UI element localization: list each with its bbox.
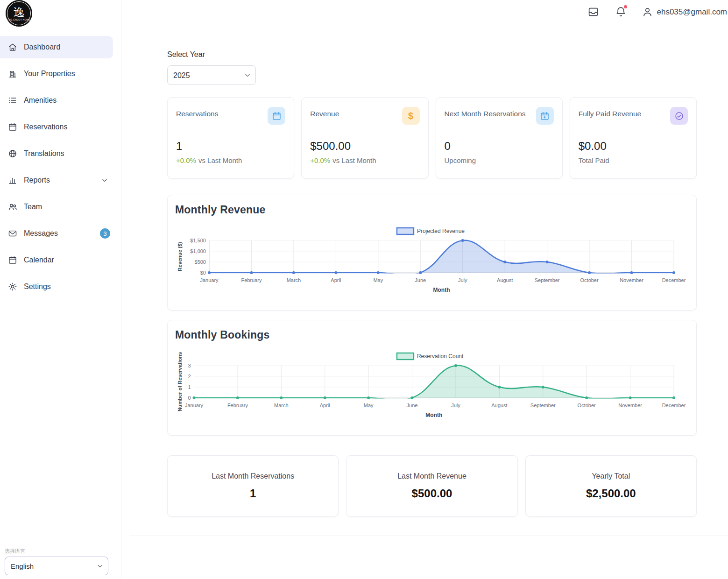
sidebar-item-label: Dashboard [24, 43, 60, 51]
stat-title: Revenue [310, 107, 339, 118]
sidebar-item-label: Your Properties [24, 70, 75, 78]
stat-title: Next Month Reservations [445, 107, 526, 118]
svg-text:August: August [497, 277, 513, 283]
check-circle-icon [670, 107, 688, 125]
sidebar-item-amenities[interactable]: Amenities [0, 89, 113, 112]
app-root: 逸 THE ENJOY HOME Dashboard Your Properti… [0, 0, 728, 579]
mail-icon [8, 229, 17, 238]
stat-value: $500.00 [310, 140, 419, 153]
sidebar-item-messages[interactable]: Messages 3 [0, 222, 113, 245]
svg-text:November: November [620, 277, 643, 283]
svg-text:2: 2 [188, 374, 191, 379]
svg-text:September: September [530, 402, 556, 408]
notifications-button[interactable] [614, 5, 628, 19]
calendar-icon [8, 255, 17, 265]
app-logo[interactable]: 逸 THE ENJOY HOME [0, 0, 121, 29]
sidebar-item-label: Amenities [24, 96, 57, 105]
monthly-bookings-card: Monthly Bookings 0123JanuaryFebruaryMarc… [167, 320, 697, 436]
select-year-label: Select Year [167, 50, 697, 59]
home-icon [8, 42, 17, 52]
monthly-revenue-chart: $0$500$1,000$1,500JanuaryFebruaryMarchAp… [175, 222, 689, 299]
sidebar-item-calendar[interactable]: Calendar [0, 249, 113, 271]
summary-row: Last Month Reservations 1 Last Month Rev… [167, 455, 697, 517]
stats-row: Reservations 1 +0.0%vs Last Month Revenu… [167, 97, 697, 179]
bar-chart-icon [8, 176, 17, 185]
sidebar-item-your-properties[interactable]: Your Properties [0, 63, 113, 85]
stat-subtitle: Total Paid [579, 156, 609, 164]
svg-text:3: 3 [188, 363, 191, 368]
stat-subtitle: Upcoming [445, 156, 476, 164]
svg-text:July: July [451, 402, 460, 408]
svg-text:January: January [200, 277, 219, 283]
stat-delta: +0.0% [310, 156, 330, 164]
svg-text:June: June [415, 277, 426, 283]
svg-text:$1,000: $1,000 [190, 248, 206, 254]
user-menu[interactable]: ehs035@gmail.com [642, 6, 728, 18]
inbox-button[interactable] [587, 5, 600, 19]
summary-title: Yearly Total [592, 472, 630, 480]
summary-title: Last Month Reservations [212, 472, 294, 480]
calendar-plus-icon [536, 107, 554, 125]
sidebar-item-dashboard[interactable]: Dashboard [0, 36, 113, 58]
stat-card-reservations: Reservations 1 +0.0%vs Last Month [167, 97, 294, 179]
stat-title: Reservations [176, 107, 218, 118]
svg-text:Projected Revenue: Projected Revenue [417, 228, 465, 234]
language-select[interactable]: English [5, 557, 108, 575]
svg-text:February: February [227, 402, 248, 408]
sidebar-item-settings[interactable]: Settings [0, 275, 113, 298]
language-label: 选择语言 [5, 548, 108, 555]
sidebar-item-label: Reservations [24, 123, 67, 131]
language-selector-block: 选择语言 English [5, 548, 108, 575]
svg-text:September: September [535, 277, 560, 283]
year-filter: Select Year 2025 [167, 50, 697, 85]
sidebar-item-reports[interactable]: Reports [0, 169, 113, 191]
summary-card-last-month-reservations: Last Month Reservations 1 [167, 455, 339, 517]
messages-badge: 3 [100, 228, 110, 239]
year-select[interactable]: 2025 [167, 65, 256, 85]
chevron-down-icon [101, 177, 108, 184]
summary-title: Last Month Revenue [397, 472, 466, 480]
svg-text:$500: $500 [195, 259, 206, 265]
summary-value: $2,500.00 [586, 487, 636, 500]
content-divider [129, 536, 728, 536]
svg-text:$1,500: $1,500 [190, 238, 206, 243]
svg-text:November: November [618, 402, 642, 408]
svg-text:1: 1 [188, 384, 191, 390]
svg-text:Number of Reservations: Number of Reservations [177, 352, 183, 411]
monthly-revenue-title: Monthly Revenue [175, 204, 689, 216]
gear-icon [8, 282, 17, 291]
sidebar-item-reservations[interactable]: Reservations [0, 116, 113, 138]
inbox-icon [587, 6, 599, 18]
stat-card-next-month-reservations: Next Month Reservations 0 Upcoming [436, 97, 563, 179]
svg-text:Reservation Count: Reservation Count [417, 353, 464, 360]
summary-value: $500.00 [412, 487, 452, 500]
logo-character: 逸 [14, 6, 25, 18]
sidebar-nav: Dashboard Your Properties Amenities Rese… [0, 36, 121, 298]
svg-text:Month: Month [433, 287, 450, 293]
svg-text:March: March [274, 402, 289, 408]
stat-title: Fully Paid Revenue [579, 107, 641, 118]
svg-text:August: August [491, 402, 507, 408]
user-email: ehs035@gmail.com [657, 7, 728, 17]
svg-text:Month: Month [425, 412, 442, 418]
sidebar-item-team[interactable]: Team [0, 196, 113, 218]
svg-text:February: February [241, 277, 262, 283]
sidebar-item-translations[interactable]: Translations [0, 142, 113, 165]
list-icon [8, 96, 17, 105]
sidebar-item-label: Team [24, 203, 42, 211]
logo-image: 逸 THE ENJOY HOME [6, 0, 32, 27]
summary-card-yearly-total: Yearly Total $2,500.00 [525, 455, 697, 517]
svg-text:March: March [287, 277, 301, 283]
svg-text:June: June [407, 402, 418, 408]
stat-value: 1 [176, 140, 285, 153]
svg-text:December: December [662, 277, 686, 283]
stat-subtitle: +0.0%vs Last Month [310, 156, 376, 164]
monthly-bookings-chart: 0123JanuaryFebruaryMarchAprilMayJuneJuly… [175, 347, 689, 424]
svg-text:October: October [578, 402, 596, 408]
stat-value: 0 [445, 140, 554, 153]
svg-text:April: April [320, 402, 330, 408]
summary-card-last-month-revenue: Last Month Revenue $500.00 [346, 455, 517, 517]
monthly-bookings-title: Monthly Bookings [175, 329, 689, 341]
sidebar: 逸 THE ENJOY HOME Dashboard Your Properti… [0, 0, 121, 579]
sidebar-item-label: Reports [24, 176, 50, 184]
